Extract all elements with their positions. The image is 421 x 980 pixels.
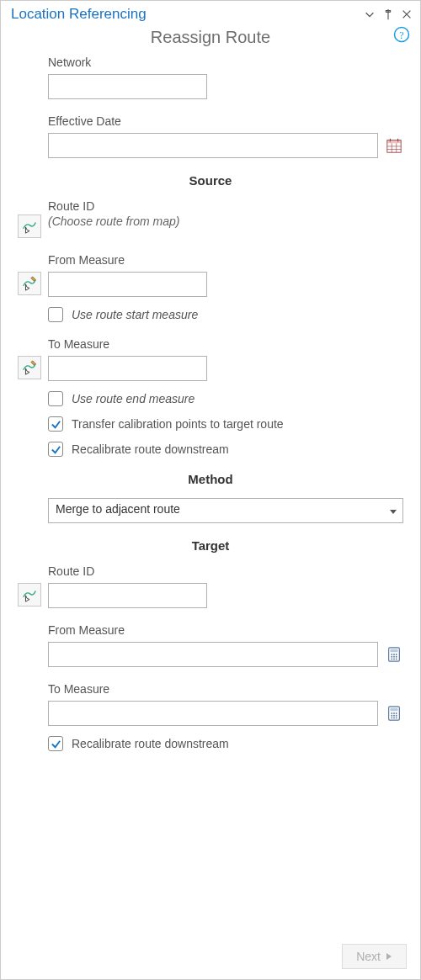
svg-point-28 [396, 715, 397, 717]
transfer-calibration-checkbox[interactable] [48, 416, 63, 432]
source-to-measure-label: To Measure [48, 337, 403, 351]
source-route-id-label: Route ID [48, 199, 403, 213]
svg-point-17 [396, 656, 397, 658]
svg-point-31 [396, 718, 397, 719]
use-start-measure-checkbox[interactable] [48, 307, 63, 322]
target-route-id-label: Route ID [48, 564, 403, 578]
svg-point-25 [396, 712, 397, 714]
method-field: Merge to adjacent route [18, 498, 403, 523]
dropdown-icon[interactable] [363, 8, 376, 21]
svg-text:?: ? [399, 29, 403, 41]
source-route-id-hint: (Choose route from map) [48, 215, 179, 228]
calculator-icon[interactable] [385, 704, 403, 723]
effective-date-label: Effective Date [48, 114, 403, 128]
help-icon[interactable]: ? [393, 26, 410, 43]
target-from-measure-input[interactable] [48, 642, 378, 667]
use-end-measure-label: Use route end measure [72, 392, 195, 405]
svg-point-20 [396, 659, 397, 660]
target-route-id-field: Route ID [18, 564, 403, 608]
pin-icon[interactable] [381, 8, 395, 21]
svg-point-23 [391, 712, 392, 714]
target-heading: Target [18, 538, 403, 553]
target-route-id-input[interactable] [48, 583, 207, 608]
svg-point-12 [391, 654, 392, 655]
pick-route-tool-icon[interactable] [18, 215, 41, 238]
pick-target-route-tool-icon[interactable] [18, 583, 41, 607]
svg-point-27 [393, 715, 395, 717]
source-to-measure-input[interactable] [48, 356, 207, 381]
svg-point-19 [393, 659, 395, 660]
method-select[interactable]: Merge to adjacent route [48, 498, 403, 523]
panel-header: Location Referencing [1, 1, 420, 24]
svg-rect-3 [387, 140, 401, 144]
panel-title: Location Referencing [11, 6, 147, 23]
transfer-calibration-label: Transfer calibration points to target ro… [72, 417, 284, 431]
svg-point-30 [393, 718, 395, 719]
svg-point-26 [391, 715, 392, 717]
svg-point-15 [391, 656, 392, 658]
svg-point-29 [391, 718, 392, 719]
svg-rect-11 [390, 649, 397, 653]
content: Network Effective Date Source [1, 56, 420, 751]
effective-date-field: Effective Date [18, 114, 403, 158]
header-controls [363, 8, 413, 21]
page-title: Reassign Route [151, 28, 270, 47]
source-route-id-field: Route ID (Choose route from map) [18, 199, 403, 238]
source-from-measure-label: From Measure [48, 253, 403, 267]
target-from-measure-label: From Measure [48, 623, 403, 637]
target-to-measure-field: To Measure Recalibrate route downstream [18, 682, 403, 751]
next-button[interactable]: Next [342, 944, 407, 969]
target-recalibrate-checkbox[interactable] [48, 736, 63, 751]
source-from-measure-field: From Measure Use route start measur [18, 253, 403, 322]
pick-to-measure-tool-icon[interactable] [18, 356, 41, 379]
source-to-measure-field: To Measure Use route end measure [18, 337, 403, 457]
source-from-measure-input[interactable] [48, 272, 207, 297]
calculator-icon[interactable] [385, 645, 403, 664]
next-arrow-icon [386, 952, 392, 961]
svg-point-13 [393, 654, 395, 655]
use-end-measure-checkbox[interactable] [48, 391, 63, 406]
target-to-measure-label: To Measure [48, 682, 403, 696]
source-recalibrate-checkbox[interactable] [48, 442, 63, 457]
footer: Next [342, 944, 407, 969]
target-recalibrate-label: Recalibrate route downstream [72, 737, 229, 750]
source-heading: Source [18, 173, 403, 188]
svg-point-18 [391, 659, 392, 660]
close-icon[interactable] [400, 8, 413, 21]
pick-from-measure-tool-icon[interactable] [18, 272, 41, 295]
source-recalibrate-label: Recalibrate route downstream [72, 442, 229, 456]
network-field: Network [18, 56, 403, 99]
use-start-measure-label: Use route start measure [72, 308, 198, 321]
network-label: Network [48, 56, 403, 69]
subheader: Reassign Route ? [1, 24, 420, 56]
svg-rect-22 [390, 708, 397, 712]
calendar-icon[interactable] [385, 136, 403, 155]
svg-point-14 [396, 654, 397, 655]
next-button-label: Next [356, 950, 381, 963]
target-to-measure-input[interactable] [48, 701, 378, 726]
effective-date-input[interactable] [48, 133, 378, 158]
svg-point-16 [393, 656, 395, 658]
svg-point-24 [393, 712, 395, 714]
network-input[interactable] [48, 74, 207, 99]
target-from-measure-field: From Measure [18, 623, 403, 667]
method-heading: Method [18, 472, 403, 486]
